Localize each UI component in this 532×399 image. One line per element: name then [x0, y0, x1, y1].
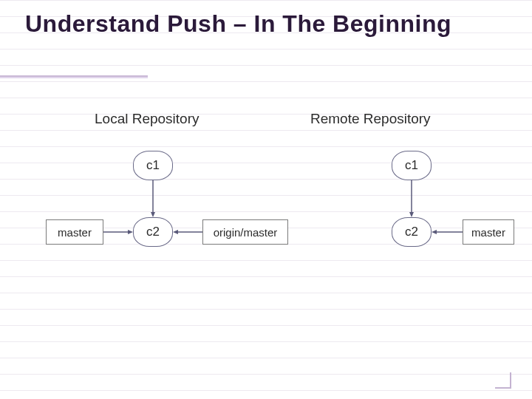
title-underline [0, 75, 148, 77]
svg-marker-1 [151, 212, 155, 217]
header-remote: Remote Repository [310, 111, 431, 127]
local-commit-c1: c1 [133, 151, 173, 180]
grid-bg [0, 0, 532, 399]
arrow-remote-c1-c2 [409, 180, 414, 217]
svg-marker-9 [432, 230, 437, 234]
tracking-branch-origin-master: origin/master [202, 219, 288, 245]
arrow-origin-master-to-c2 [173, 230, 202, 234]
local-commit-c2: c2 [133, 217, 173, 247]
remote-commit-c2: c2 [392, 217, 432, 247]
arrow-master-to-c2-remote [432, 230, 463, 234]
local-branch-master: master [46, 219, 103, 245]
slide: Understand Push – In The Beginning [0, 0, 532, 38]
arrow-master-to-c2-local [103, 230, 133, 234]
slide-title: Understand Push – In The Beginning [25, 10, 507, 38]
arrow-local-c1-c2 [151, 180, 155, 217]
svg-marker-5 [128, 230, 133, 234]
header-local: Local Repository [95, 111, 200, 127]
remote-branch-master: master [463, 219, 514, 245]
corner-decoration [495, 372, 511, 389]
svg-marker-7 [173, 230, 178, 234]
remote-commit-c1: c1 [392, 151, 432, 180]
svg-marker-3 [409, 212, 414, 217]
